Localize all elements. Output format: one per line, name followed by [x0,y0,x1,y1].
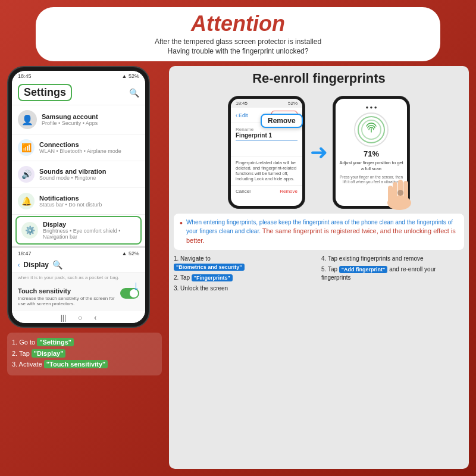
attention-banner: Attention After the tempered glass scree… [36,7,440,61]
fp-percent: 71% [336,149,407,158]
bullet-note: • When entering fingerprints, please kee… [174,214,464,250]
left-instr-1: 1. Go to "Settings" [12,337,157,347]
svg-rect-4 [388,186,393,203]
notifications-item[interactable]: 🔔 Notifications Status bar • Do not dist… [12,188,145,215]
reenroll-content: 18:4552% ‹ Edit Remove Rename Fingerprin… [169,91,469,469]
right-instr-4: 4. Tap existing fingerprints and remove [321,255,464,263]
remove-callout: Remove [261,114,303,128]
sounds-icon: 🔊 [18,166,35,183]
reenroll-title: Re-enroll fingerprints [169,66,469,91]
right-instr-5: 5. Tap "Add fingerprint" and re-enroll y… [321,265,464,282]
bottom-instructions: 1. Navigate to "Biometrics and security"… [174,255,464,293]
search-icon[interactable]: 🔍 [129,88,139,98]
nav-back-icon[interactable]: ‹ [94,314,96,322]
display-desc-placeholder: when it is in your pack, such as a pocke… [12,273,145,283]
fp-scan-circle-wrapper [336,112,407,147]
settings-title: Settings [18,84,72,101]
fingerprint-phones-row: 18:4552% ‹ Edit Remove Rename Fingerprin… [174,96,464,209]
status-bar-2: 18:47 ▲ 52% [12,248,145,258]
instr-col-left: 1. Navigate to "Biometrics and security"… [174,255,317,293]
nav-home-icon[interactable]: ○ [78,314,82,322]
phone-combined-1: 18:45 ▲ 52% Settings 🔍 👤 Samsung [7,66,150,328]
hand-illustration [383,170,416,212]
fingerprint-icon [364,123,378,137]
display-icon: ⚙️ [21,222,38,239]
connections-icon: 📶 [18,139,35,156]
notifications-icon: 🔔 [18,193,35,209]
fp-status-bar: 18:4552% [231,99,302,108]
attention-subtitle: After the tempered glass screen protecto… [60,37,416,57]
arrow-down-icon: ↓ [133,278,139,293]
main-content: 18:45 ▲ 52% Settings 🔍 👤 Samsung [7,66,469,469]
fp-actions: Cancel Remove [231,185,302,197]
svg-rect-1 [393,182,397,203]
left-instr-2: 2. Tap "Display" [12,349,157,359]
nav-bar: ||| ○ ‹ [12,311,145,323]
scan-phone-wrapper: ● ● ● [333,96,410,209]
fp-scan-circle [354,112,389,147]
avatar: 👤 [18,110,37,129]
touch-sensitivity-desc: Increase the touch sensitivity of the sc… [18,296,117,306]
right-instr-3: 3. Unlock the screen [174,284,317,293]
edit-phone-wrapper: 18:4552% ‹ Edit Remove Rename Fingerprin… [228,96,305,209]
status-bar-1: 18:45 ▲ 52% [12,71,145,80]
page-container: Attention After the tempered glass scree… [0,0,476,476]
touch-sensitivity-section: Touch sensitivity Increase the touch sen… [12,283,145,311]
instr-col-right: 4. Tap existing fingerprints and remove … [321,255,464,293]
phone-screen-1: 18:45 ▲ 52% Settings 🔍 👤 Samsung [12,71,145,323]
edit-phone: 18:4552% ‹ Edit Remove Rename Fingerprin… [228,96,305,209]
svg-point-5 [397,190,403,196]
fp-warning-text: Fingerprint-related data will be deleted… [231,156,302,185]
connections-item[interactable]: 📶 Connections WLAN • Bluetooth • Airplan… [12,134,145,161]
fp-cancel-btn[interactable]: Cancel [236,189,250,194]
left-instr-3: 3. Activate "Touch sensitivity" [12,359,157,369]
settings-header: Settings 🔍 [12,80,145,105]
display-search-icon[interactable]: 🔍 [52,260,62,270]
touch-sensitivity-title: Touch sensitivity [18,287,117,295]
right-panel: Re-enroll fingerprints 18:4552% ‹ Ed [169,66,469,469]
nav-menu-icon[interactable]: ||| [61,314,66,322]
sounds-item[interactable]: 🔊 Sounds and vibration Sound mode • Ring… [12,161,145,188]
right-instr-1: 1. Navigate to "Biometrics and security" [174,255,317,271]
fp-remove-action-btn[interactable]: Remove [280,189,298,194]
svg-rect-3 [403,181,408,203]
arrow-right-icon: ➜ [310,140,328,165]
left-panel: 18:45 ▲ 52% Settings 🔍 👤 Samsung [7,66,162,469]
attention-title: Attention [60,12,416,36]
display-item-highlighted[interactable]: ⚙️ Display Brightness • Eye comfort shie… [15,216,142,245]
left-instructions: 1. Go to "Settings" 2. Tap "Display" 3. … [7,333,162,375]
phone-mockup-1: 18:45 ▲ 52% Settings 🔍 👤 Samsung [7,66,150,328]
bullet-dot: • [180,218,183,245]
samsung-account-item: 👤 Samsung account Profile • Security • A… [12,105,145,134]
right-instr-2: 2. Tap "Fingerprints" [174,274,317,282]
display-header: ‹ Display 🔍 [12,258,145,273]
